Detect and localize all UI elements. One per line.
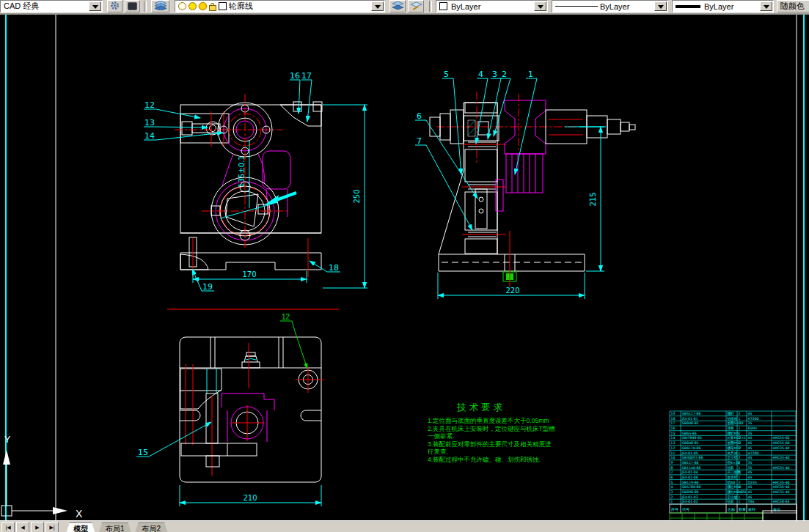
svg-text:35: 35 (748, 421, 753, 425)
top-view-drawing (167, 309, 339, 482)
leader-label-19: 19 (192, 269, 214, 292)
svg-text:220: 220 (505, 287, 519, 295)
workspace-settings-button[interactable] (107, 0, 122, 12)
svg-text:3.装配前应对零部件的主要尺寸及相关精度进: 3.装配前应对零部件的主要尺寸及相关精度进 (428, 440, 552, 448)
svg-text:17: 17 (301, 71, 312, 81)
svg-text:GB65-86: GB65-86 (682, 432, 697, 435)
drawing-canvas[interactable]: 12 13 14 16 17 18 19 5 4 3 2 1 6 7 15 12… (0, 15, 809, 520)
workspace-combo[interactable]: CAD 经典 (0, 0, 103, 12)
layers-stack-icon (392, 0, 403, 13)
svg-text:6: 6 (671, 476, 673, 479)
leader-label-12: 12 (144, 100, 200, 118)
linetype-control-combo[interactable]: ByLayer (552, 0, 668, 12)
workspace-dropdown-arrow[interactable] (89, 1, 101, 11)
layer-on-off-bulb-icon[interactable] (178, 2, 186, 10)
display-button[interactable] (125, 0, 140, 12)
plot-style-label: 随颜色 (780, 1, 805, 12)
tab-model[interactable]: 模型 (65, 522, 97, 532)
svg-text:代号: 代号 (682, 507, 689, 511)
svg-text:1: 1 (671, 500, 673, 503)
tab-layout2[interactable]: 布局2 (133, 522, 170, 532)
current-linetype-label: ByLayer (600, 2, 629, 11)
svg-text:JSX-01-05: JSX-01-05 (681, 451, 698, 455)
svg-text:16: 16 (290, 71, 300, 81)
svg-text:10: 10 (671, 456, 676, 459)
svg-text:1: 1 (739, 436, 741, 440)
svg-text:19: 19 (202, 282, 213, 292)
svg-text:弹簧: 弹簧 (728, 426, 735, 431)
svg-text:17: 17 (671, 421, 676, 425)
tab-nav-last-button[interactable]: ▶| (45, 522, 59, 532)
tech-requirements-title: 技术要求 (456, 402, 505, 413)
svg-text:GB/T848-85: GB/T848-85 (682, 436, 702, 440)
toolbar-separator (144, 1, 147, 12)
lineweight-sample (676, 5, 700, 8)
svg-text:螺柱M6×20: 螺柱M6×20 (728, 489, 747, 494)
svg-text:45: 45 (748, 495, 753, 499)
svg-text:钻套: 钻套 (728, 465, 735, 470)
drawing-svg: 12 13 14 16 17 18 19 5 4 3 2 1 6 7 15 12… (0, 15, 809, 520)
layer-dropdown-arrow[interactable] (371, 1, 384, 11)
svg-text:18: 18 (329, 263, 339, 273)
layer-states-button[interactable] (389, 0, 406, 12)
layers-icon (155, 0, 166, 13)
svg-text:13: 13 (671, 441, 676, 445)
toolbar-separator (429, 1, 432, 12)
tab-nav-prev-button[interactable]: ◀ (16, 522, 29, 532)
svg-text:HT200: HT200 (748, 417, 759, 421)
color-control-combo[interactable]: ByLayer (436, 0, 548, 12)
svg-text:45: 45 (748, 485, 753, 489)
svg-text:1.定位面与底面的垂直度误差不大于0.05mm: 1.定位面与底面的垂直度误差不大于0.05mm (428, 417, 549, 424)
svg-text:螺钉: 螺钉 (728, 411, 735, 415)
svg-text:T8A: T8A (747, 500, 755, 503)
svg-text:1: 1 (739, 500, 741, 503)
svg-text:13: 13 (144, 118, 155, 128)
lineweight-dropdown-arrow[interactable] (760, 1, 772, 11)
svg-text:45: 45 (748, 470, 753, 474)
svg-text:HRC35-40: HRC35-40 (773, 490, 790, 494)
svg-text:8: 8 (671, 466, 673, 470)
svg-text:4: 4 (478, 70, 483, 79)
svg-text:1: 1 (739, 451, 741, 455)
ucs-x-label: X (76, 508, 83, 520)
layer-lock-icon[interactable] (209, 5, 216, 11)
color-dropdown-arrow[interactable] (534, 1, 546, 11)
ucs-icon: Y X (1, 434, 83, 520)
current-color-swatch (439, 2, 447, 10)
dim-210: 210 (180, 485, 321, 506)
svg-text:215: 215 (589, 192, 597, 206)
layer-freeze-sun-icon[interactable] (199, 2, 207, 10)
svg-text:10: 10 (739, 490, 743, 494)
workspace-label: CAD 经典 (4, 1, 39, 12)
layer-previous-button[interactable] (408, 0, 424, 12)
svg-text:1: 1 (739, 485, 741, 489)
layer-control-combo[interactable]: 轮廓线 (175, 0, 385, 12)
svg-text:5: 5 (444, 70, 449, 79)
tech-requirements: 技术要求 1.定位面与底面的垂直度误差不大于0.05mm 2.夹具在机床上安装时… (427, 402, 555, 463)
current-lineweight-label: ByLayer (704, 2, 733, 11)
tab-layout1[interactable]: 布局1 (97, 522, 133, 532)
svg-text:GB1140-86: GB1140-86 (682, 466, 701, 470)
layer-bulb-icon[interactable] (188, 2, 197, 10)
layer-manager-button[interactable] (151, 0, 169, 12)
svg-text:Q235: Q235 (748, 481, 757, 484)
lineweight-control-combo[interactable]: ByLayer (672, 0, 774, 12)
svg-text:HRC35-40: HRC35-40 (773, 481, 790, 484)
svg-text:4.装配过程中不允许磕、碰、划伤和锈蚀.: 4.装配过程中不允许磕、碰、划伤和锈蚀. (428, 456, 541, 463)
leader-label-13: 13 (144, 118, 208, 128)
leader-label-18: 18 (310, 261, 340, 273)
tab-nav-first-button[interactable]: |◀ (1, 522, 15, 532)
svg-text:1: 1 (739, 476, 741, 479)
linetype-dropdown-arrow[interactable] (654, 1, 667, 11)
leader-label-16: 16 (290, 71, 300, 114)
tab-nav-next-button[interactable]: ▶ (31, 522, 44, 532)
svg-text:5: 5 (671, 481, 673, 484)
svg-text:1: 1 (739, 466, 741, 470)
svg-text:GB5780-86: GB5780-86 (682, 485, 701, 489)
linetype-sample (555, 6, 598, 7)
svg-text:210: 210 (243, 494, 257, 502)
svg-text:6: 6 (417, 111, 422, 121)
svg-text:45: 45 (748, 490, 753, 494)
plot-style-control[interactable]: 随颜色 (777, 0, 809, 12)
svg-text:35: 35 (748, 461, 753, 465)
